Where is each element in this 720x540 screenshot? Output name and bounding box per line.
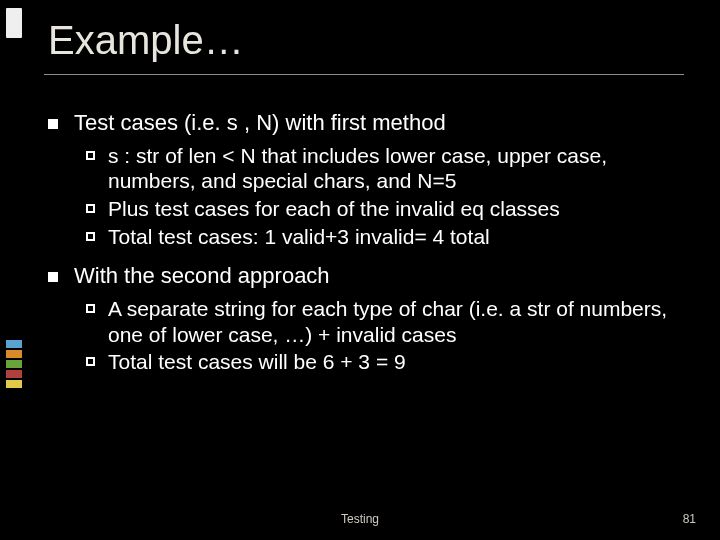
bullet-1-sub-2: Plus test cases for each of the invalid … — [48, 196, 668, 222]
slide: Example… Test cases (i.e. s , N) with fi… — [0, 0, 720, 540]
slide-body: Test cases (i.e. s , N) with first metho… — [48, 110, 668, 389]
accent-color-stack — [6, 340, 22, 390]
bullet-1-sub-1: s : str of len < N that includes lower c… — [48, 143, 668, 194]
bullet-2-subs: A separate string for each type of char … — [48, 296, 668, 375]
accent-top-block — [6, 8, 22, 38]
bullet-1: Test cases (i.e. s , N) with first metho… — [48, 110, 668, 137]
bullet-2-sub-2: Total test cases will be 6 + 3 = 9 — [48, 349, 668, 375]
page-number: 81 — [683, 512, 696, 526]
footer-label: Testing — [0, 512, 720, 526]
accent-sidebar — [0, 0, 28, 540]
accent-color-3 — [6, 360, 22, 368]
title-underline — [44, 74, 684, 75]
accent-color-5 — [6, 380, 22, 388]
bullet-2: With the second approach — [48, 263, 668, 290]
bullet-2-sub-1: A separate string for each type of char … — [48, 296, 668, 347]
slide-title: Example… — [48, 18, 244, 63]
accent-color-4 — [6, 370, 22, 378]
accent-color-2 — [6, 350, 22, 358]
bullet-1-sub-3: Total test cases: 1 valid+3 invalid= 4 t… — [48, 224, 668, 250]
accent-color-1 — [6, 340, 22, 348]
bullet-1-subs: s : str of len < N that includes lower c… — [48, 143, 668, 249]
